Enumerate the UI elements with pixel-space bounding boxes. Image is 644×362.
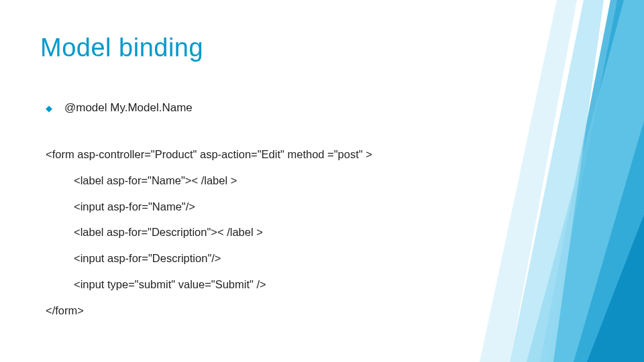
slide-content: Model binding ◆ @model My.Model.Name <fo… [0,0,644,350]
code-line-input-submit: <input type="submit" value="Submit" /> [74,272,604,298]
code-line-form-open: <form asp-controller="Product" asp-actio… [46,141,604,168]
slide-title: Model binding [40,34,604,62]
bullet-text: @model My.Model.Name [64,101,193,115]
code-block: <form asp-controller="Product" asp-actio… [46,141,604,323]
code-line-form-close: </form> [46,298,604,324]
code-line-input-name: <input asp-for="Name"/> [74,194,604,220]
diamond-bullet-icon: ◆ [46,103,52,113]
bullet-item: ◆ @model My.Model.Name [46,101,604,115]
code-line-label-description: <label asp-for="Description">< /label > [74,219,604,245]
code-line-input-description: <input asp-for="Description"/> [74,245,604,272]
code-line-label-name: <label asp-for="Name">< /label > [74,168,604,194]
